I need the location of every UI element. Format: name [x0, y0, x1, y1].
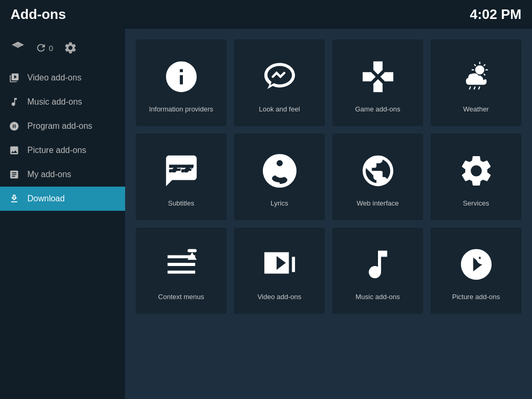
sidebar-item-my-addons[interactable]: My add-ons	[0, 162, 125, 187]
weather-icon	[455, 56, 497, 98]
svg-line-7	[484, 64, 485, 66]
sidebar-label-video-addons: Video add-ons	[27, 73, 81, 83]
sidebar-item-music-addons[interactable]: Music add-ons	[0, 90, 125, 114]
settings-icon[interactable]	[61, 38, 80, 57]
grid-item-context-menus[interactable]: Context menus	[136, 228, 227, 314]
videogrid-icon	[259, 243, 301, 285]
sidebar-item-video-addons[interactable]: Video add-ons	[0, 66, 125, 90]
svg-line-6	[484, 74, 485, 75]
svg-point-0	[475, 65, 484, 75]
refresh-button[interactable]: 0	[35, 38, 54, 57]
grid-label-look-and-feel: Look and feel	[259, 105, 300, 113]
addons-grid: Information providers Look and feel	[136, 39, 521, 314]
sidebar-toolbar: 0	[0, 34, 125, 66]
grid-label-music-addons-grid: Music add-ons	[355, 293, 400, 301]
sidebar-label-picture-addons: Picture add-ons	[27, 146, 86, 155]
grid-item-game-addons[interactable]: Game add-ons	[332, 39, 423, 126]
musicgrid-icon	[357, 243, 399, 285]
sidebar-label-program-addons: Program add-ons	[27, 121, 93, 131]
grid-label-web-interface: Web interface	[357, 199, 399, 207]
grid-label-picture-addons-grid: Picture add-ons	[452, 293, 500, 301]
sidebar-item-download[interactable]: Download	[0, 187, 125, 211]
grid-item-look-and-feel[interactable]: Look and feel	[234, 39, 325, 126]
download-icon	[8, 193, 20, 204]
music-nav-icon	[8, 96, 20, 108]
myaddons-icon	[8, 169, 20, 180]
web-icon	[357, 150, 399, 192]
grid-item-picture-addons[interactable]: Picture add-ons	[431, 228, 521, 314]
sidebar-label-download: Download	[27, 194, 65, 203]
game-icon	[357, 56, 399, 98]
subtitles-icon	[160, 150, 202, 192]
update-badge: 0	[49, 44, 53, 53]
grid-label-video-addons-grid: Video add-ons	[258, 293, 302, 301]
context-icon	[160, 243, 202, 285]
content-area: Information providers Look and feel	[125, 29, 532, 399]
svg-line-5	[474, 64, 476, 66]
program-icon	[8, 120, 20, 132]
lookfeel-icon	[259, 56, 301, 98]
services-icon	[455, 150, 497, 192]
svg-rect-12	[187, 249, 197, 252]
grid-item-services[interactable]: Services	[431, 134, 521, 220]
page-title: Add-ons	[11, 6, 66, 23]
svg-line-9	[469, 86, 470, 89]
grid-label-information-providers: Information providers	[149, 105, 213, 113]
sidebar-label-my-addons: My add-ons	[27, 170, 71, 179]
sidebar-item-program-addons[interactable]: Program add-ons	[0, 114, 125, 138]
layers-icon[interactable]	[8, 38, 27, 57]
grid-item-information-providers[interactable]: Information providers	[136, 39, 227, 126]
svg-line-10	[474, 86, 475, 89]
grid-item-web-interface[interactable]: Web interface	[332, 134, 423, 220]
picturegrid-icon	[455, 243, 497, 285]
grid-item-video-addons[interactable]: Video add-ons	[234, 228, 325, 314]
grid-label-context-menus: Context menus	[158, 293, 204, 301]
video-icon	[8, 72, 20, 84]
grid-label-weather: Weather	[463, 105, 489, 113]
grid-label-subtitles: Subtitles	[168, 199, 195, 207]
grid-label-services: Services	[463, 199, 489, 207]
lyrics-icon	[259, 150, 301, 192]
grid-item-subtitles[interactable]: Subtitles	[136, 134, 227, 220]
grid-label-lyrics: Lyrics	[271, 199, 288, 207]
clock: 4:02 PM	[470, 6, 521, 23]
grid-label-game-addons: Game add-ons	[355, 105, 401, 113]
sidebar-item-picture-addons[interactable]: Picture add-ons	[0, 138, 125, 162]
svg-point-13	[476, 252, 488, 264]
picture-nav-icon	[8, 145, 20, 156]
grid-item-lyrics[interactable]: Lyrics	[234, 134, 325, 220]
grid-item-weather[interactable]: Weather	[431, 39, 521, 126]
grid-item-music-addons[interactable]: Music add-ons	[332, 228, 423, 314]
sidebar-label-music-addons: Music add-ons	[27, 97, 82, 107]
main-layout: 0 Video add-ons Mu	[0, 29, 532, 399]
info-icon	[160, 56, 202, 98]
header: Add-ons 4:02 PM	[0, 0, 532, 29]
svg-line-11	[478, 86, 479, 89]
sidebar: 0 Video add-ons Mu	[0, 29, 125, 399]
